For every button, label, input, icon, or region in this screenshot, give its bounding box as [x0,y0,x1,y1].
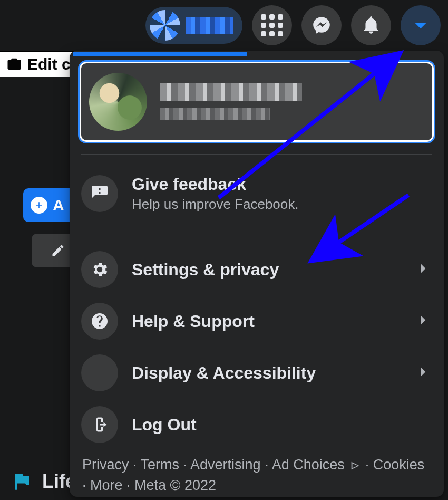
footer-cookies[interactable]: Cookies [373,457,425,473]
bell-icon [361,15,381,35]
bg-add-label: A [53,196,64,214]
ad-choices-icon [349,460,361,472]
gear-icon [81,251,118,288]
log-out-row[interactable]: Log Out [70,399,444,450]
give-feedback-row[interactable]: Give feedback Help us improve Facebook. [70,165,444,222]
help-and-support-row[interactable]: Help & Support [70,295,444,347]
settings-and-privacy-row[interactable]: Settings & privacy [70,244,444,295]
divider [81,233,432,233]
account-dropdown-panel: Give feedback Help us improve Facebook. … [70,51,444,497]
avatar [89,73,147,131]
chevron-right-icon [414,363,432,383]
menu-item-title: Settings & privacy [132,260,279,280]
flag-icon [11,470,33,493]
footer-advertising[interactable]: Advertising [190,457,261,473]
camera-icon [6,56,22,72]
profile-name-block [160,83,302,120]
bg-dark-fragment [0,77,63,188]
notifications-button[interactable] [351,5,391,45]
footer-terms[interactable]: Terms [141,457,180,473]
moon-icon [81,354,118,391]
topbar [0,0,448,51]
profile-subline-pixelated [160,108,270,120]
profile-name-pixelated [186,17,233,34]
menu-item-title: Log Out [132,415,197,435]
account-dropdown-button[interactable] [401,5,441,45]
loading-bar [73,52,247,56]
menu-item-title: Display & Accessibility [132,363,316,383]
menu-item-sub: Help us improve Facebook. [132,196,298,213]
grid-icon [261,14,283,36]
nav-profile-pill[interactable] [145,7,242,44]
chevron-right-icon [414,259,432,280]
footer-links: Privacy · Terms · Advertising · Ad Choic… [70,450,444,496]
footer-ad-choices[interactable]: Ad Choices [272,457,345,473]
caret-down-icon [411,15,431,35]
bg-life-events-fragment[interactable]: Life [11,470,76,493]
profile-card[interactable] [78,60,435,143]
footer-privacy[interactable]: Privacy [82,457,129,473]
footer-more[interactable]: More [90,477,123,493]
messenger-button[interactable] [301,5,342,45]
divider [81,154,432,155]
chevron-right-icon [414,311,432,331]
display-and-accessibility-row[interactable]: Display & Accessibility [70,347,444,399]
feedback-icon [81,175,118,212]
plus-icon [31,197,47,214]
bg-edit-cover-label: Edit c [27,55,71,73]
pencil-icon [51,243,65,258]
question-icon [81,303,118,340]
footer-meta: Meta © 2022 [134,477,216,493]
menu-item-title: Give feedback [132,175,298,194]
menu-button[interactable] [252,5,292,45]
messenger-icon [311,15,332,35]
menu-item-title: Help & Support [132,312,255,331]
logout-icon [81,406,118,443]
profile-name-pixelated [160,83,302,101]
avatar [150,10,180,41]
